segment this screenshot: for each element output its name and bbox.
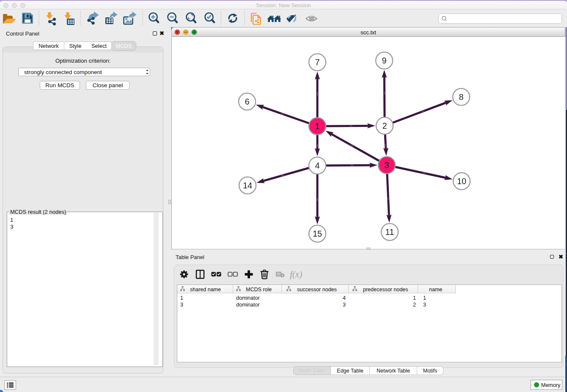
svg-text:10: 10 (457, 177, 466, 186)
svg-text:11: 11 (385, 227, 394, 237)
svg-text:6: 6 (245, 97, 249, 106)
svg-text:15: 15 (313, 229, 322, 238)
svg-text:7: 7 (315, 58, 319, 67)
svg-text:4: 4 (315, 161, 319, 170)
svg-text:2: 2 (382, 121, 387, 130)
svg-text:9: 9 (382, 56, 386, 65)
svg-text:1: 1 (315, 121, 319, 131)
svg-text:8: 8 (459, 92, 463, 102)
svg-text:14: 14 (243, 181, 252, 190)
svg-text:3: 3 (384, 160, 389, 170)
svg-text:f(x): f(x) (290, 269, 302, 279)
